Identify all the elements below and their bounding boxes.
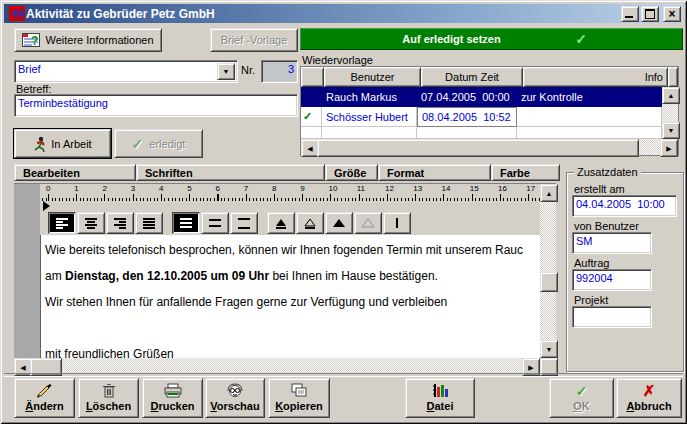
brief-vorlage-label: Brief -Vorlage xyxy=(221,34,288,46)
ok-label: OK xyxy=(573,400,590,412)
betreff-value: Terminbestätigung xyxy=(15,95,297,111)
ruler-number: 16 xyxy=(498,184,507,193)
loeschen-label: Löschen xyxy=(86,400,131,412)
tab-stop-left-button[interactable] xyxy=(267,212,295,234)
editor-horizontal-scrollbar[interactable]: ◀ ▶ xyxy=(14,358,540,374)
scroll-left-icon: ◀ xyxy=(307,145,312,152)
betreff-input[interactable]: Terminbestätigung xyxy=(14,94,298,117)
drucken-button[interactable]: Drucken xyxy=(142,378,203,418)
scroll-up-button[interactable]: ▲ xyxy=(662,87,680,104)
line-spacing-double-button[interactable] xyxy=(230,212,258,234)
abbruch-button[interactable]: ✗ Abbruch xyxy=(616,378,682,418)
footer-divider xyxy=(4,373,683,377)
table-row[interactable]: ✓ Schösser Hubert 08.04.2005 10:52 xyxy=(301,107,662,127)
align-justify-button[interactable] xyxy=(135,212,163,234)
table-horizontal-scrollbar[interactable]: ◀ ▶ xyxy=(301,139,678,155)
bar-chart-icon xyxy=(431,382,449,399)
header-info[interactable]: Info xyxy=(523,67,668,87)
ok-button: ✓ OK xyxy=(549,378,614,418)
nr-value: 3 xyxy=(262,61,297,77)
header-status-column[interactable] xyxy=(301,67,324,87)
preview-person-icon xyxy=(225,382,245,399)
menu-format[interactable]: Format xyxy=(378,164,491,181)
projekt-label: Projekt xyxy=(574,294,608,306)
indent-marker-icon[interactable] xyxy=(43,201,50,211)
cursor-insert-button[interactable] xyxy=(383,212,411,234)
projekt-field[interactable] xyxy=(572,306,652,328)
letter-editor: 01234567891011121314151617 Wie bereits t… xyxy=(14,183,556,374)
menu-bearbeiten[interactable]: Bearbeiten xyxy=(14,164,136,181)
aendern-button[interactable]: Ändern xyxy=(14,378,75,418)
in-arbeit-label: In Arbeit xyxy=(51,138,91,150)
table-vertical-scrollbar[interactable]: ▲ ▼ xyxy=(662,87,678,139)
maximize-icon xyxy=(645,9,655,19)
table-row[interactable]: Rauch Markus 07.04.2005 00:00 zur Kontro… xyxy=(301,87,662,107)
auftrag-field[interactable]: 992004 xyxy=(572,269,652,291)
scroll-up-icon: ▲ xyxy=(546,190,553,197)
scrollbar-thumb[interactable] xyxy=(317,139,639,157)
abbruch-label: Abbruch xyxy=(626,400,671,412)
align-left-button[interactable] xyxy=(48,212,76,234)
loeschen-button[interactable]: Löschen xyxy=(78,378,139,418)
projekt-value xyxy=(573,307,651,311)
scroll-left-icon: ◀ xyxy=(20,364,25,371)
line-spacing-single-button[interactable] xyxy=(172,212,200,234)
datei-button[interactable]: Datei xyxy=(405,378,475,418)
letter-text: am xyxy=(45,269,65,283)
scroll-down-button[interactable]: ▼ xyxy=(662,122,680,139)
cell-info: zur Kontrolle xyxy=(517,87,662,107)
cell-datum-zeit: 07.04.2005 00:00 xyxy=(417,87,517,107)
wiedervorlage-table: Benutzer Datum Zeit Info Rauch Markus 07… xyxy=(300,66,679,156)
ruler-number: 8 xyxy=(272,184,276,193)
weitere-informationen-button[interactable]: ? Weitere Informationen xyxy=(14,28,162,52)
maximize-button[interactable] xyxy=(641,6,659,22)
ruler-number: 10 xyxy=(329,184,338,193)
header-datum-zeit[interactable]: Datum Zeit xyxy=(421,67,523,87)
tab-stop-center-button[interactable] xyxy=(296,212,324,234)
letter-line: mit freundlichen Grüßen xyxy=(45,341,540,358)
tab-stop-decimal-button[interactable] xyxy=(354,212,382,234)
von-benutzer-field[interactable]: SM xyxy=(572,232,652,254)
runner-icon xyxy=(33,136,47,152)
vorschau-button[interactable]: Vorschau xyxy=(205,378,265,418)
in-arbeit-button[interactable]: In Arbeit xyxy=(14,129,111,158)
chevron-down-icon: ▼ xyxy=(223,68,230,75)
scroll-down-button[interactable]: ▼ xyxy=(540,340,558,358)
letter-text-bold: Dienstag, den 12.10.2005 um 09 Uhr xyxy=(65,269,269,283)
trash-icon xyxy=(102,382,116,399)
menu-farbe[interactable]: Farbe xyxy=(491,164,560,181)
line-spacing-onehalf-button[interactable] xyxy=(201,212,229,234)
kopieren-button[interactable]: Kopieren xyxy=(268,378,330,418)
letter-text: bei Ihnen im Hause bestätigen. xyxy=(269,269,438,283)
scroll-right-button[interactable]: ▶ xyxy=(660,139,678,157)
table-row[interactable] xyxy=(301,127,662,139)
menu-schriften[interactable]: Schriften xyxy=(136,164,325,181)
letter-line: Wie bereits telefonisch besprochen, könn… xyxy=(45,237,540,263)
align-right-button[interactable] xyxy=(106,212,134,234)
scrollbar-thumb[interactable] xyxy=(540,272,558,292)
minimize-button[interactable] xyxy=(621,6,639,22)
vorschau-label: Vorschau xyxy=(210,400,259,412)
title-bar[interactable]: Aktivität zu Gebrüder Petz GmbH × xyxy=(4,4,683,23)
editor-vertical-scrollbar[interactable]: ▲ ▼ xyxy=(540,184,556,358)
activity-type-value: Brief xyxy=(15,61,237,77)
ruler-number: 6 xyxy=(216,184,220,193)
combobox-dropdown-button[interactable]: ▼ xyxy=(217,63,235,80)
scroll-up-button[interactable]: ▲ xyxy=(540,184,558,202)
ruler-number: 7 xyxy=(244,184,248,193)
tab-stop-right-button[interactable] xyxy=(325,212,353,234)
close-button[interactable]: × xyxy=(663,6,681,22)
letter-text-area[interactable]: Wie bereits telefonisch besprochen, könn… xyxy=(40,235,540,358)
editor-ruler[interactable]: 01234567891011121314151617 xyxy=(40,184,540,202)
wiedervorlage-label: Wiedervorlage xyxy=(302,54,373,66)
menu-groesse[interactable]: Größe xyxy=(325,164,378,181)
scroll-down-icon: ▼ xyxy=(668,127,675,134)
activity-type-combobox[interactable]: Brief ▼ xyxy=(14,60,238,83)
align-center-button[interactable] xyxy=(77,212,105,234)
auf-erledigt-setzen-button[interactable]: Auf erledigt setzen ✓ xyxy=(300,28,683,50)
check-icon: ✓ xyxy=(303,110,312,123)
auf-erledigt-setzen-label: Auf erledigt setzen xyxy=(402,33,500,45)
brief-vorlage-button: Brief -Vorlage xyxy=(210,28,298,52)
check-icon: ✓ xyxy=(575,31,587,47)
header-benutzer[interactable]: Benutzer xyxy=(324,67,421,87)
